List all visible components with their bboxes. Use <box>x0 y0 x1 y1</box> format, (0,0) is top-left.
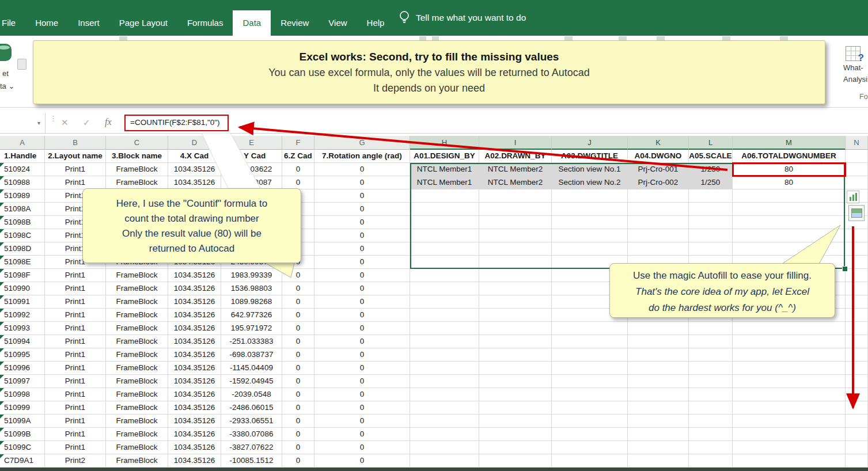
clipboard-icon[interactable] <box>17 59 26 70</box>
cell-A5[interactable]: 51098A <box>0 203 45 216</box>
cell-E20[interactable]: -2486.06015 <box>221 401 282 415</box>
cell-M16[interactable] <box>733 348 846 362</box>
tab-page-layout[interactable]: Page Layout <box>109 10 177 36</box>
cell-N14[interactable] <box>846 322 868 335</box>
cell-M1[interactable]: A06.TOTALDWGNUMBER <box>733 150 846 163</box>
tab-view[interactable]: View <box>319 10 357 36</box>
cell-E11[interactable]: 1536.98803 <box>221 282 282 295</box>
cell-K14[interactable] <box>628 322 689 335</box>
cell-L14[interactable] <box>689 322 733 335</box>
cell-D16[interactable]: 1034.35126 <box>168 348 221 362</box>
cell-B3[interactable]: Print1 <box>45 176 106 189</box>
cell-M8[interactable] <box>733 242 846 256</box>
cell-C23[interactable]: FrameBlock <box>106 441 168 454</box>
cell-M24[interactable] <box>733 454 846 468</box>
cell-F24[interactable]: 0 <box>282 454 314 468</box>
cell-A14[interactable]: 510993 <box>0 322 45 335</box>
cell-F11[interactable]: 0 <box>282 282 314 295</box>
cell-D15[interactable]: 1034.35126 <box>168 335 221 348</box>
cell-L17[interactable] <box>689 362 733 375</box>
fill-handle[interactable] <box>842 266 848 272</box>
cell-F18[interactable]: 0 <box>282 375 314 388</box>
cell-N22[interactable] <box>846 428 868 441</box>
cell-A13[interactable]: 510992 <box>0 309 45 322</box>
insert-function-button[interactable]: fx <box>105 117 112 127</box>
cell-D11[interactable]: 1034.35126 <box>168 282 221 295</box>
cell-A6[interactable]: 51098B <box>0 216 45 229</box>
cell-E2[interactable]: 5560.03622 <box>221 163 282 176</box>
cell-A11[interactable]: 510990 <box>0 282 45 295</box>
cell-L2[interactable]: 1/250 <box>689 163 733 176</box>
cell-F17[interactable]: 0 <box>282 362 314 375</box>
cell-A22[interactable]: 51099B <box>0 428 45 441</box>
column-header-L[interactable]: L <box>689 136 733 150</box>
cell-J23[interactable] <box>552 441 628 454</box>
cell-M5[interactable] <box>733 203 846 216</box>
cell-D2[interactable]: 1034.35126 <box>168 163 221 176</box>
cell-G16[interactable]: 0 <box>314 348 410 362</box>
cell-F12[interactable]: 0 <box>282 295 314 309</box>
get-data-icon[interactable] <box>0 44 12 61</box>
cell-G15[interactable]: 0 <box>314 335 410 348</box>
cell-M15[interactable] <box>733 335 846 348</box>
cell-B1[interactable]: 2.Layout name <box>45 150 106 163</box>
cell-J17[interactable] <box>552 362 628 375</box>
cell-L1[interactable]: A05.SCALE <box>689 150 733 163</box>
cell-F22[interactable]: 0 <box>282 428 314 441</box>
cell-K17[interactable] <box>628 362 689 375</box>
enter-formula-button[interactable]: ✓ <box>83 117 90 128</box>
cell-C14[interactable]: FrameBlock <box>106 322 168 335</box>
cell-I9[interactable] <box>479 256 552 269</box>
cell-N16[interactable] <box>846 348 868 362</box>
cell-E12[interactable]: 1089.98268 <box>221 295 282 309</box>
cell-K22[interactable] <box>628 428 689 441</box>
cell-C20[interactable]: FrameBlock <box>106 401 168 415</box>
cell-D12[interactable]: 1034.35126 <box>168 295 221 309</box>
cell-M18[interactable] <box>733 375 846 388</box>
cell-H17[interactable] <box>410 362 479 375</box>
cell-E13[interactable]: 642.977326 <box>221 309 282 322</box>
cell-J22[interactable] <box>552 428 628 441</box>
cell-B11[interactable]: Print1 <box>45 282 106 295</box>
cell-B15[interactable]: Print1 <box>45 335 106 348</box>
cell-H16[interactable] <box>410 348 479 362</box>
cell-J24[interactable] <box>552 454 628 468</box>
cell-F14[interactable]: 0 <box>282 322 314 335</box>
cell-J21[interactable] <box>552 415 628 428</box>
tab-file[interactable]: File <box>0 10 25 36</box>
cell-F21[interactable]: 0 <box>282 415 314 428</box>
cell-C10[interactable]: FrameBlock <box>106 269 168 282</box>
cell-I11[interactable] <box>479 282 552 295</box>
formula-input[interactable]: =COUNTIF(F$2:F$81,"0") <box>126 116 228 127</box>
cell-M7[interactable] <box>733 229 846 242</box>
column-header-B[interactable]: B <box>45 136 106 150</box>
cell-A1[interactable]: 1.Handle <box>0 150 45 163</box>
cell-D18[interactable]: 1034.35126 <box>168 375 221 388</box>
cell-N21[interactable] <box>846 415 868 428</box>
cell-N20[interactable] <box>846 401 868 415</box>
cell-B13[interactable]: Print1 <box>45 309 106 322</box>
cell-D22[interactable]: 1034.35126 <box>168 428 221 441</box>
column-header-C[interactable]: C <box>106 136 168 150</box>
cell-H19[interactable] <box>410 388 479 401</box>
cell-D24[interactable]: 1034.35126 <box>168 454 221 468</box>
column-header-D[interactable]: D <box>168 136 221 150</box>
cell-G8[interactable]: 0 <box>314 242 410 256</box>
cell-M4[interactable] <box>733 189 846 203</box>
column-header-G[interactable]: G <box>314 136 410 150</box>
cell-J20[interactable] <box>552 401 628 415</box>
cell-H13[interactable] <box>410 309 479 322</box>
cell-I4[interactable] <box>479 189 552 203</box>
cell-K24[interactable] <box>628 454 689 468</box>
cell-F10[interactable]: 0 <box>282 269 314 282</box>
cell-N9[interactable] <box>846 256 868 269</box>
cell-C22[interactable]: FrameBlock <box>106 428 168 441</box>
cell-F19[interactable]: 0 <box>282 388 314 401</box>
cell-A7[interactable]: 51098C <box>0 229 45 242</box>
cell-L20[interactable] <box>689 401 733 415</box>
cell-J19[interactable] <box>552 388 628 401</box>
what-if-analysis-button[interactable]: ? What- Analysis <box>842 46 868 84</box>
cell-M23[interactable] <box>733 441 846 454</box>
cell-I3[interactable]: NTCL Member2 <box>479 176 552 189</box>
cell-D10[interactable]: 1034.35126 <box>168 269 221 282</box>
